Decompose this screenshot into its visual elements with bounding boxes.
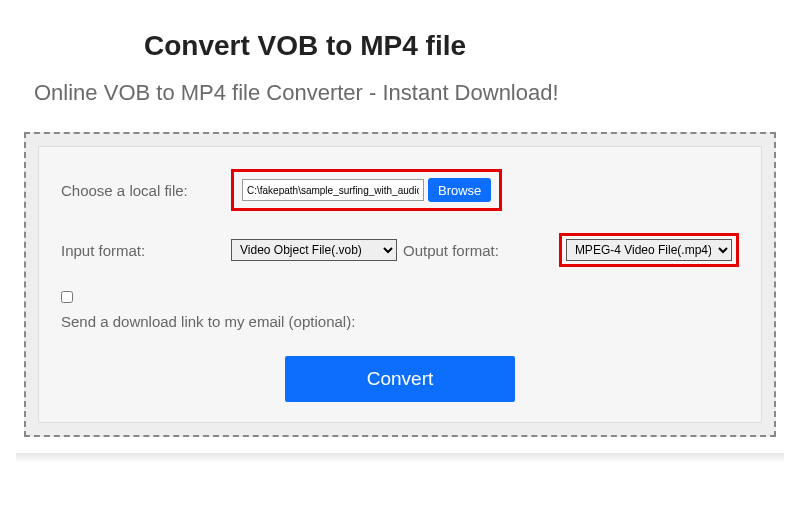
page-title: Convert VOB to MP4 file bbox=[144, 30, 784, 62]
output-format-label: Output format: bbox=[403, 242, 499, 259]
email-label: Send a download link to my email (option… bbox=[61, 313, 739, 330]
panel-shadow bbox=[16, 453, 784, 463]
file-control: Browse bbox=[242, 178, 491, 202]
format-row: Input format: Video Object File(.vob) Ou… bbox=[61, 233, 739, 267]
email-row: Send a download link to my email (option… bbox=[61, 289, 739, 330]
converter-panel: Choose a local file: Browse Input format… bbox=[24, 132, 776, 437]
file-control-highlight: Browse bbox=[231, 169, 502, 211]
email-checkbox[interactable] bbox=[61, 291, 73, 303]
convert-button[interactable]: Convert bbox=[285, 356, 515, 402]
input-format-label: Input format: bbox=[61, 242, 231, 259]
output-format-highlight: MPEG-4 Video File(.mp4) bbox=[559, 233, 739, 267]
input-format-select[interactable]: Video Object File(.vob) bbox=[231, 239, 397, 261]
browse-button[interactable]: Browse bbox=[428, 178, 491, 202]
file-path-input[interactable] bbox=[242, 179, 424, 201]
page-subtitle: Online VOB to MP4 file Converter - Insta… bbox=[34, 80, 784, 106]
output-format-select[interactable]: MPEG-4 Video File(.mp4) bbox=[566, 239, 732, 261]
choose-file-label: Choose a local file: bbox=[61, 182, 231, 199]
converter-form: Choose a local file: Browse Input format… bbox=[38, 146, 762, 423]
file-row: Choose a local file: Browse bbox=[61, 169, 739, 211]
page-container: Convert VOB to MP4 file Online VOB to MP… bbox=[0, 30, 800, 453]
